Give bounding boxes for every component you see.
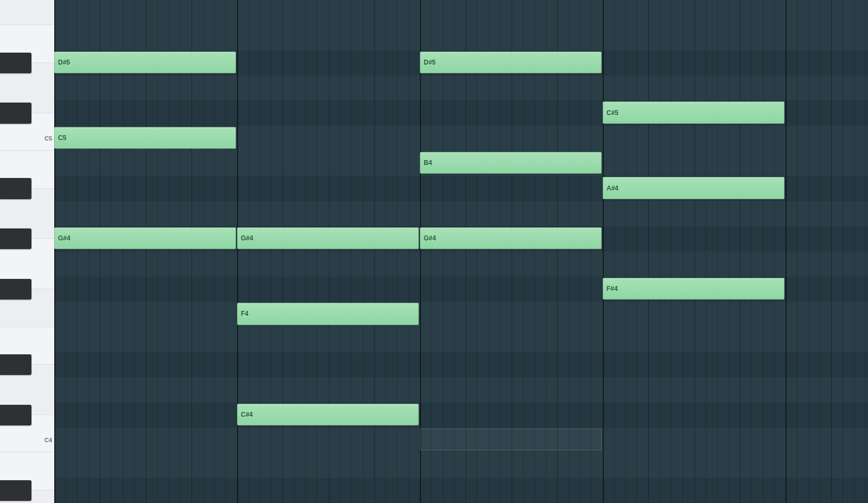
gridline bbox=[637, 0, 637, 503]
gridline bbox=[786, 0, 787, 503]
gridline bbox=[192, 0, 192, 503]
gridline bbox=[557, 0, 558, 503]
gridline bbox=[271, 0, 272, 503]
gridline bbox=[751, 0, 752, 503]
grid-row[interactable] bbox=[54, 453, 868, 477]
midi-note[interactable]: D#5 bbox=[54, 52, 236, 73]
gridline bbox=[465, 0, 466, 503]
gridline bbox=[797, 0, 797, 503]
gridline bbox=[248, 0, 249, 503]
note-grid[interactable]: D#5C5G#4G#3G#4F4C#4C#3D#5B4G#4G#3C#5A#4F… bbox=[54, 0, 868, 503]
gridline bbox=[146, 0, 146, 503]
gridline bbox=[66, 0, 66, 503]
gridline bbox=[763, 0, 763, 503]
gridline bbox=[648, 0, 649, 503]
gridline bbox=[409, 0, 409, 503]
gridline bbox=[54, 0, 55, 503]
gridline bbox=[111, 0, 112, 503]
gridline bbox=[488, 0, 489, 503]
gridline bbox=[180, 0, 181, 503]
grid-row[interactable] bbox=[54, 352, 868, 377]
gridline bbox=[854, 0, 854, 503]
gridline bbox=[283, 0, 283, 503]
gridline bbox=[123, 0, 123, 503]
grid-row[interactable] bbox=[54, 201, 868, 226]
gridline bbox=[843, 0, 843, 503]
gridline bbox=[820, 0, 820, 503]
gridline bbox=[420, 0, 421, 503]
midi-note[interactable]: B4 bbox=[420, 152, 602, 174]
black-key[interactable] bbox=[0, 480, 31, 501]
piano-keyboard[interactable]: C5C4C3 bbox=[0, 0, 54, 503]
gridline bbox=[569, 0, 569, 503]
black-key[interactable] bbox=[0, 103, 31, 123]
midi-note[interactable]: F4 bbox=[237, 303, 419, 324]
gridline bbox=[134, 0, 135, 503]
grid-row[interactable] bbox=[54, 327, 868, 352]
gridline bbox=[363, 0, 363, 503]
gridline bbox=[831, 0, 832, 503]
gridline bbox=[88, 0, 89, 503]
midi-note[interactable]: G#4 bbox=[54, 227, 236, 249]
octave-label: C4 bbox=[44, 437, 52, 443]
midi-note[interactable]: G#4 bbox=[420, 227, 602, 249]
gridline bbox=[431, 0, 432, 503]
gridline bbox=[340, 0, 341, 503]
black-key[interactable] bbox=[0, 354, 31, 375]
gridline bbox=[305, 0, 306, 503]
gridline bbox=[808, 0, 809, 503]
gridline bbox=[546, 0, 546, 503]
black-key[interactable] bbox=[0, 405, 31, 425]
gridline bbox=[386, 0, 386, 503]
black-key[interactable] bbox=[0, 228, 31, 249]
grid-row[interactable] bbox=[54, 0, 868, 26]
midi-note[interactable]: C5 bbox=[54, 127, 236, 149]
gridline bbox=[374, 0, 375, 503]
gridline bbox=[523, 0, 524, 503]
grid-row[interactable] bbox=[54, 25, 868, 50]
gridline bbox=[226, 0, 226, 503]
gridline bbox=[443, 0, 443, 503]
black-key[interactable] bbox=[0, 279, 31, 300]
grid-row[interactable] bbox=[54, 377, 868, 402]
gridline bbox=[477, 0, 477, 503]
gridline bbox=[682, 0, 683, 503]
gridline bbox=[865, 0, 866, 503]
gridline bbox=[603, 0, 604, 503]
grid-row[interactable] bbox=[54, 403, 868, 428]
gridline bbox=[329, 0, 329, 503]
gridline bbox=[706, 0, 706, 503]
grid-row[interactable] bbox=[54, 252, 868, 277]
gridline bbox=[294, 0, 295, 503]
white-key[interactable] bbox=[0, 0, 54, 25]
midi-note[interactable]: G#4 bbox=[237, 227, 419, 249]
midi-note[interactable]: C#4 bbox=[237, 404, 419, 425]
gridline bbox=[169, 0, 169, 503]
gridline bbox=[580, 0, 580, 503]
gridline bbox=[237, 0, 238, 503]
black-key[interactable] bbox=[0, 178, 31, 199]
gridline bbox=[100, 0, 100, 503]
gridline bbox=[694, 0, 695, 503]
octave-label: C5 bbox=[44, 135, 52, 142]
gridline bbox=[454, 0, 455, 503]
gridline bbox=[774, 0, 775, 503]
gridline bbox=[214, 0, 215, 503]
piano-roll: C5C4C3 D#5C5G#4G#3G#4F4C#4C#3D#5B4G#4G#3… bbox=[0, 0, 868, 503]
gridline bbox=[317, 0, 317, 503]
midi-note[interactable]: A#4 bbox=[603, 177, 784, 199]
gridline bbox=[729, 0, 729, 503]
grid-row[interactable] bbox=[54, 75, 868, 100]
gridline bbox=[500, 0, 500, 503]
gridline bbox=[534, 0, 535, 503]
gridline bbox=[260, 0, 260, 503]
grid-row[interactable] bbox=[54, 478, 868, 503]
gridline bbox=[740, 0, 741, 503]
black-key[interactable] bbox=[0, 53, 31, 73]
midi-note[interactable]: D#5 bbox=[420, 52, 602, 73]
gridline bbox=[157, 0, 158, 503]
midi-note[interactable]: F#4 bbox=[603, 278, 784, 300]
midi-note[interactable]: C#5 bbox=[603, 101, 784, 123]
grid-row[interactable] bbox=[54, 302, 868, 327]
gridline bbox=[591, 0, 592, 503]
